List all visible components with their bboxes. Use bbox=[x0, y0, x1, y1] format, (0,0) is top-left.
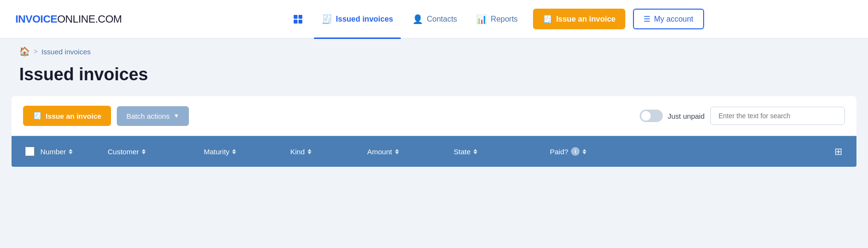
grid-icon bbox=[294, 15, 302, 24]
issued-invoices-icon: 🧾 bbox=[322, 14, 332, 25]
th-number-sort-icon bbox=[69, 149, 73, 154]
logo-part1: INVOICE bbox=[15, 13, 57, 25]
main-nav: 🧾 Issued invoices 👤 Contacts 📊 Reports 🧾… bbox=[137, 9, 853, 29]
table-header: Number Customer Maturity Kind Amount bbox=[12, 136, 856, 167]
toolbar: 🧾 Issue an invoice Batch actions ▼ Just … bbox=[12, 96, 856, 136]
unpaid-toggle[interactable] bbox=[640, 110, 663, 122]
th-state-label: State bbox=[454, 148, 471, 156]
nav-my-account-label: My account bbox=[654, 15, 694, 24]
th-customer-sort-icon bbox=[142, 149, 146, 154]
th-amount-sort-icon bbox=[395, 149, 399, 154]
nav-my-account-button[interactable]: ☰ My account bbox=[633, 9, 704, 29]
th-customer[interactable]: Customer bbox=[108, 148, 204, 156]
reports-icon: 📊 bbox=[476, 14, 487, 25]
issue-invoice-btn-icon: 🧾 bbox=[33, 112, 42, 120]
nav-issue-invoice-icon: 🧾 bbox=[543, 14, 552, 24]
th-amount[interactable]: Amount bbox=[367, 148, 454, 156]
batch-actions-btn-label: Batch actions bbox=[126, 112, 170, 120]
th-state[interactable]: State bbox=[454, 148, 550, 156]
batch-actions-button[interactable]: Batch actions ▼ bbox=[117, 106, 189, 126]
nav-reports-label: Reports bbox=[491, 15, 518, 24]
breadcrumb: 🏠 > Issued invoices bbox=[0, 38, 868, 61]
th-amount-label: Amount bbox=[367, 148, 392, 156]
contacts-icon: 👤 bbox=[412, 14, 423, 25]
th-maturity[interactable]: Maturity bbox=[204, 148, 290, 156]
breadcrumb-current-page: Issued invoices bbox=[41, 48, 91, 56]
th-paid-label: Paid? bbox=[550, 148, 568, 156]
nav-item-dashboard[interactable] bbox=[286, 11, 310, 27]
th-kind[interactable]: Kind bbox=[290, 148, 367, 156]
nav-contacts-label: Contacts bbox=[427, 15, 457, 24]
th-paid-sort-icon bbox=[583, 149, 586, 154]
th-maturity-sort-icon bbox=[232, 149, 236, 154]
breadcrumb-home-icon[interactable]: 🏠 bbox=[19, 46, 30, 57]
columns-icon: ⊞ bbox=[834, 146, 843, 157]
page-title: Issued invoices bbox=[19, 64, 849, 85]
breadcrumb-separator: > bbox=[34, 48, 37, 55]
nav-item-reports[interactable]: 📊 Reports bbox=[469, 10, 525, 28]
logo: INVOICEONLINE.COM bbox=[15, 13, 122, 25]
paid-info-icon[interactable]: i bbox=[571, 147, 580, 156]
th-customer-label: Customer bbox=[108, 148, 139, 156]
issue-invoice-button[interactable]: 🧾 Issue an invoice bbox=[23, 106, 111, 126]
nav-issued-invoices-label: Issued invoices bbox=[336, 15, 393, 24]
batch-actions-chevron-icon: ▼ bbox=[174, 112, 179, 119]
select-all-checkbox[interactable] bbox=[25, 147, 35, 156]
nav-issue-invoice-button[interactable]: 🧾 Issue an invoice bbox=[533, 9, 625, 29]
th-select-all[interactable] bbox=[19, 147, 40, 156]
th-maturity-label: Maturity bbox=[204, 148, 229, 156]
issue-invoice-btn-label: Issue an invoice bbox=[46, 112, 101, 120]
th-number-label: Number bbox=[40, 148, 66, 156]
search-input[interactable] bbox=[710, 107, 845, 125]
th-kind-sort-icon bbox=[308, 149, 311, 154]
unpaid-toggle-label: Just unpaid bbox=[668, 112, 705, 120]
page-title-section: Issued invoices bbox=[0, 61, 868, 96]
th-state-sort-icon bbox=[473, 149, 477, 154]
logo-part2: ONLINE.COM bbox=[57, 13, 122, 25]
th-paid[interactable]: Paid? i bbox=[550, 147, 828, 156]
th-columns-toggle[interactable]: ⊞ bbox=[828, 146, 849, 157]
th-kind-label: Kind bbox=[290, 148, 305, 156]
nav-item-issued-invoices[interactable]: 🧾 Issued invoices bbox=[314, 10, 401, 28]
th-number[interactable]: Number bbox=[40, 148, 108, 156]
nav-item-contacts[interactable]: 👤 Contacts bbox=[405, 10, 465, 28]
nav-issue-invoice-label: Issue an invoice bbox=[556, 15, 616, 24]
unpaid-toggle-container: Just unpaid bbox=[640, 110, 705, 122]
header: INVOICEONLINE.COM 🧾 Issued invoices 👤 Co… bbox=[0, 0, 868, 38]
hamburger-icon: ☰ bbox=[644, 14, 650, 24]
